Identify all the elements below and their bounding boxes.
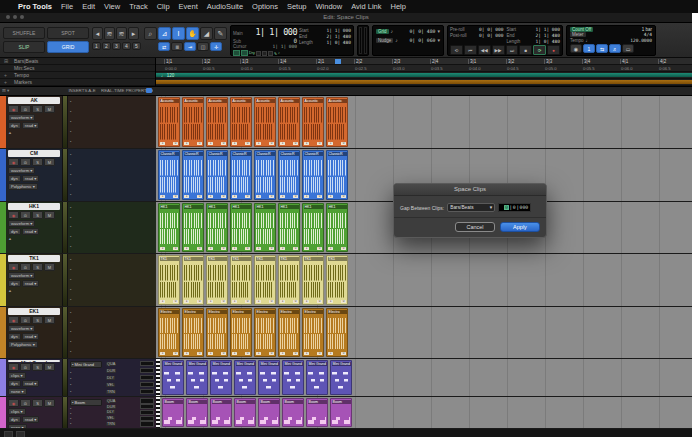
input-monitor-button[interactable]: ⊙	[20, 316, 31, 324]
elastic-audio-icon[interactable]: ▲	[8, 288, 12, 293]
fade-in-handle[interactable]: 1	[304, 247, 309, 250]
midi-clip[interactable]: Mini Grand	[258, 360, 280, 395]
fade-out-handle[interactable]: 0	[173, 247, 178, 250]
mute-button[interactable]: M	[44, 105, 55, 113]
track-view-selector[interactable]: waveform ▾	[8, 114, 35, 121]
track-name[interactable]: Mini Grand	[8, 360, 60, 362]
fade-in-handle[interactable]: 1	[328, 142, 333, 145]
insert-slot[interactable]: •	[70, 288, 102, 292]
insert-slot[interactable]: •	[70, 110, 102, 114]
fade-in-handle[interactable]: 1	[208, 300, 213, 303]
insert-slot[interactable]: •	[70, 330, 102, 334]
record-enable-button[interactable]: ◉	[8, 211, 19, 219]
automation-mode-selector[interactable]: read ▾	[22, 380, 40, 387]
scroll-options-icon[interactable]	[16, 431, 25, 438]
cancel-button[interactable]: Cancel	[455, 222, 495, 232]
solo-button[interactable]: S	[32, 363, 43, 371]
transport-button-5[interactable]: ■	[519, 45, 532, 55]
audio-clip[interactable]: TK110	[158, 255, 180, 305]
ruler-label-min-secs[interactable]: Min:Secs	[0, 65, 155, 72]
automation-dyn-button[interactable]: dyn	[8, 122, 21, 129]
fade-out-handle[interactable]: 0	[341, 142, 346, 145]
link-track-edit-toggle[interactable]: ≣	[171, 42, 183, 51]
audio-clip[interactable]: ClassicR10	[230, 150, 252, 200]
fade-out-handle[interactable]: 0	[317, 247, 322, 250]
insert-slot[interactable]: •	[70, 350, 102, 354]
track-name[interactable]: TK1	[8, 255, 60, 262]
audio-clip[interactable]: TK110	[182, 255, 204, 305]
fade-out-handle[interactable]: 0	[293, 195, 298, 198]
menu-item-edit[interactable]: Edit	[82, 2, 95, 11]
fade-in-handle[interactable]: 1	[184, 352, 189, 355]
main-counter-value[interactable]: 1| 1| 000	[255, 27, 297, 37]
fade-in-handle[interactable]: 1	[208, 195, 213, 198]
insert-slot[interactable]: •	[70, 245, 102, 249]
audio-clip[interactable]: ClassicR10	[182, 150, 204, 200]
midi-clip[interactable]: Boom	[282, 398, 304, 427]
insert-slot[interactable]: •	[70, 407, 102, 411]
fade-in-handle[interactable]: 1	[232, 352, 237, 355]
insert-slot[interactable]: •	[70, 340, 102, 344]
insert-slot[interactable]: •	[70, 120, 102, 124]
track-lane[interactable]: BoomBoomBoomBoomBoomBoomBoomBoom	[156, 397, 692, 428]
fade-out-handle[interactable]: 0	[269, 142, 274, 145]
solo-button[interactable]: S	[32, 158, 43, 166]
audio-clip[interactable]: ClassicR10	[206, 150, 228, 200]
fade-out-handle[interactable]: 0	[341, 247, 346, 250]
transport-button-6[interactable]: ⟳	[533, 45, 546, 55]
input-monitor-button[interactable]: ⊙	[20, 399, 31, 407]
rtp-value-box[interactable]	[140, 404, 154, 410]
automation-dyn-button[interactable]: dyn	[8, 333, 21, 340]
selector-tool-icon[interactable]: I	[172, 27, 185, 40]
tab-to-transient-toggle[interactable]: ◫	[197, 42, 209, 51]
rtp-label-vel[interactable]: VEL	[106, 416, 115, 420]
insert-slot[interactable]: •	[70, 140, 102, 144]
solo-button[interactable]: S	[32, 316, 43, 324]
pencil-mini-icon[interactable]: ✎	[274, 51, 277, 56]
audio-clip[interactable]: Electro10	[302, 308, 324, 357]
mode-grid-button[interactable]: GRID	[47, 41, 89, 53]
fade-in-handle[interactable]: 1	[280, 352, 285, 355]
insert-slot[interactable]: •	[70, 390, 102, 394]
fade-out-handle[interactable]: 0	[197, 195, 202, 198]
record-enable-button[interactable]: ◉	[8, 399, 19, 407]
elastic-audio-selector[interactable]: Polyphonic ▾	[8, 341, 38, 348]
fade-in-handle[interactable]: 1	[160, 352, 165, 355]
fade-in-handle[interactable]: 1	[328, 247, 333, 250]
rtp-label-dly[interactable]: DLY	[106, 410, 115, 414]
fade-in-handle[interactable]: 1	[232, 195, 237, 198]
input-monitor-button[interactable]: ⊙	[20, 105, 31, 113]
fade-in-handle[interactable]: 1	[232, 142, 237, 145]
rtp-label-dur[interactable]: DUR	[106, 405, 116, 409]
audio-clip[interactable]: Electro10	[326, 308, 348, 357]
insert-slot[interactable]: •	[70, 206, 102, 210]
midi-zoom-button[interactable]: ≋	[116, 27, 127, 40]
insert-slot[interactable]: •	[70, 371, 102, 375]
audio-clip[interactable]: TK110	[254, 255, 276, 305]
rtp-value-box[interactable]	[140, 389, 154, 395]
grid-value-label[interactable]: Grid	[376, 29, 389, 34]
fade-out-handle[interactable]: 0	[245, 247, 250, 250]
audio-clip[interactable]: Acoustic10	[254, 97, 276, 147]
fade-out-handle[interactable]: 0	[293, 247, 298, 250]
insert-slot[interactable]: •	[70, 412, 102, 416]
midi-clip[interactable]: Boom	[186, 398, 208, 427]
app-menu-pro-tools[interactable]: Pro Tools	[18, 2, 52, 11]
fade-out-handle[interactable]: 0	[293, 300, 298, 303]
nudge-value[interactable]: 0| 0| 060	[409, 38, 435, 43]
rtp-label-dur[interactable]: DUR	[106, 369, 116, 373]
audio-clip[interactable]: TK110	[230, 255, 252, 305]
selection-start-value[interactable]: 1| 1| 000	[327, 28, 351, 33]
solo-button[interactable]: S	[32, 263, 43, 271]
zoom-out-button[interactable]: ◂	[92, 27, 103, 40]
metronome-button[interactable]: ◉	[570, 44, 582, 53]
selection-end-value[interactable]: 2| 1| 480	[327, 34, 351, 39]
solo-button[interactable]: S	[32, 105, 43, 113]
audio-clip[interactable]: Acoustic10	[206, 97, 228, 147]
fade-out-handle[interactable]: 0	[221, 300, 226, 303]
rtp-label-dly[interactable]: DLY	[106, 376, 115, 380]
fade-in-handle[interactable]: 1	[328, 352, 333, 355]
audio-clip[interactable]: ClassicR10	[302, 150, 324, 200]
rtp-value-box[interactable]	[140, 416, 154, 422]
fade-in-handle[interactable]: 1	[328, 300, 333, 303]
